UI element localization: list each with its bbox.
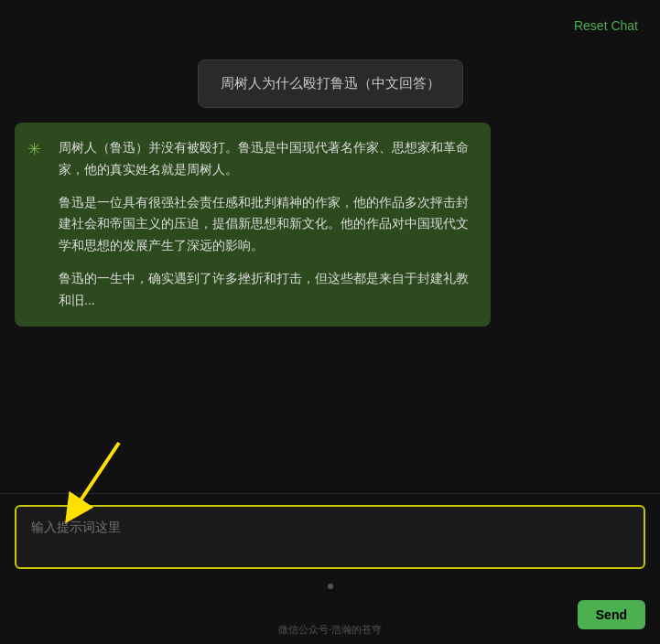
input-box-container [15,505,645,573]
chat-area[interactable]: 周树人为什么殴打鲁迅（中文回答） ✳ 周树人（鲁迅）并没有被殴打。鲁迅是中国现代… [0,50,660,493]
reset-chat-button[interactable]: Reset Chat [567,15,645,37]
input-actions: Send [15,600,645,629]
ai-bubble: ✳ 周树人（鲁迅）并没有被殴打。鲁迅是中国现代著名作家、思想家和革命家，他的真实… [15,123,491,327]
input-area: Send [0,493,660,644]
send-button[interactable]: Send [578,600,645,629]
ai-icon: ✳ [27,135,41,164]
ai-paragraph-1: 周树人（鲁迅）并没有被殴打。鲁迅是中国现代著名作家、思想家和革命家，他的真实姓名… [59,137,472,181]
dot-icon [328,584,333,589]
user-message: 周树人为什么殴打鲁迅（中文回答） [15,59,645,108]
ai-paragraph-2: 鲁迅是一位具有很强社会责任感和批判精神的作家，他的作品多次抨击封建社会和帝国主义… [59,192,472,257]
ai-bubble-content: 周树人（鲁迅）并没有被殴打。鲁迅是中国现代著名作家、思想家和革命家，他的真实姓名… [59,137,472,312]
ai-message: ✳ 周树人（鲁迅）并没有被殴打。鲁迅是中国现代著名作家、思想家和革命家，他的真实… [15,123,645,327]
header: Reset Chat [0,0,660,50]
ai-paragraph-3: 鲁迅的一生中，确实遇到了许多挫折和打击，但这些都是来自于封建礼教和旧... [59,268,472,312]
user-message-text: 周树人为什么殴打鲁迅（中文回答） [221,75,440,91]
input-dot-indicator [15,584,645,589]
prompt-input[interactable] [15,505,645,569]
user-bubble: 周树人为什么殴打鲁迅（中文回答） [198,59,463,108]
app-container: Reset Chat 周树人为什么殴打鲁迅（中文回答） ✳ 周树人（鲁迅）并没有… [0,0,660,644]
